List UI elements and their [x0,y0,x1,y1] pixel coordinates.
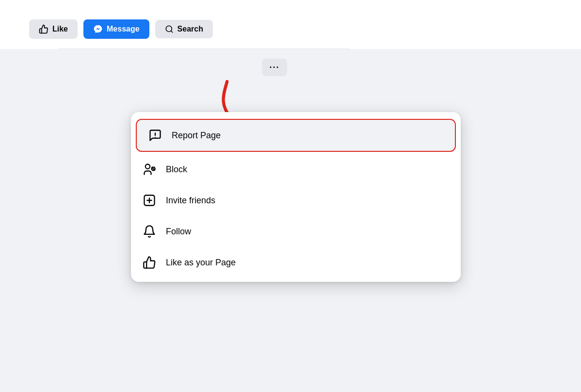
invite-friends-label: Invite friends [166,196,215,206]
like-button[interactable]: Like [29,19,78,39]
report-page-icon [146,127,164,144]
follow-icon [141,223,158,240]
like-as-page-label: Like as your Page [166,258,236,268]
follow-label: Follow [166,227,191,237]
more-button[interactable]: ··· [262,59,287,76]
message-label: Message [107,25,140,33]
lower-section: ··· Report Page [0,49,581,392]
menu-item-block[interactable]: Block [131,154,461,185]
top-section: Like Message Search [0,0,581,49]
menu-item-like-as-page[interactable]: Like as your Page [131,247,461,278]
dropdown-menu: Report Page Block Invite [131,112,461,282]
invite-friends-icon [141,192,158,209]
search-label: Search [178,25,203,33]
like-label: Like [52,25,68,33]
block-label: Block [166,164,187,175]
block-icon [141,161,158,178]
action-buttons: Like Message Search [29,19,552,49]
svg-line-1 [171,31,172,32]
menu-item-invite-friends[interactable]: Invite friends [131,185,461,216]
search-button[interactable]: Search [155,20,213,38]
search-icon [165,25,174,33]
more-dots: ··· [269,63,279,73]
report-page-label: Report Page [172,131,221,141]
svg-point-5 [145,164,150,169]
like-as-page-icon [141,254,158,271]
message-button[interactable]: Message [83,19,149,39]
like-icon [39,24,48,34]
menu-item-follow[interactable]: Follow [131,216,461,247]
menu-item-report-page[interactable]: Report Page [136,119,456,152]
messenger-icon [93,24,103,34]
